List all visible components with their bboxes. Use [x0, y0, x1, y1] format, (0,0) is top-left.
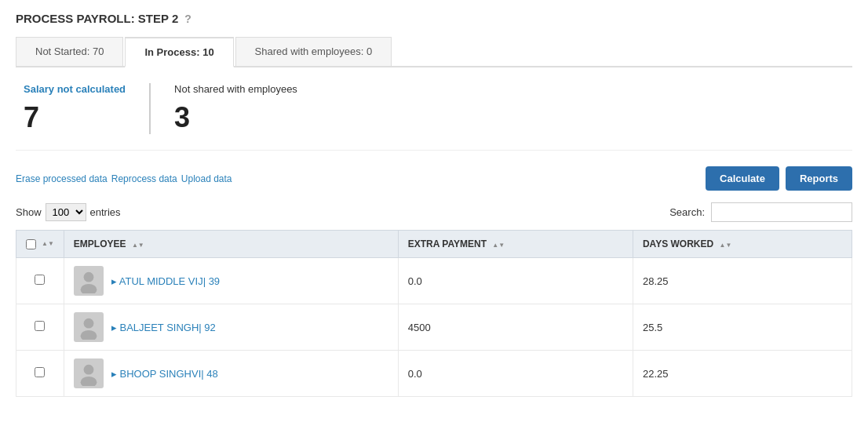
extra-payment-link[interactable]: 0.0 [408, 275, 422, 287]
sort-icon-checkbox[interactable]: ▲▼ [42, 241, 54, 247]
employee-avatar [74, 358, 104, 388]
search-box: Search: [669, 202, 852, 222]
title-text: PROCESS PAYROLL: STEP 2 [16, 12, 178, 25]
calculate-button[interactable]: Calculate [706, 166, 779, 191]
col-extra-payment[interactable]: EXTRA PAYMENT ▲▼ [398, 231, 633, 258]
stat-label-salary[interactable]: Salary not calculated [24, 83, 126, 95]
col-extra-payment-label: EXTRA PAYMENT [408, 238, 487, 249]
stat-salary-not-calculated: Salary not calculated 7 [16, 83, 149, 134]
employee-name: ▸ BALJEET SINGH| 92 [111, 322, 216, 333]
stat-value-salary: 7 [24, 101, 126, 134]
stat-label-not-shared: Not shared with employees [174, 83, 297, 95]
employee-name-link[interactable]: ▸ ATUL MIDDLE VIJ| 39 [111, 275, 220, 287]
entries-label: entries [90, 206, 121, 218]
row-checkbox-cell [16, 258, 64, 304]
table-row: ▸ ATUL MIDDLE VIJ| 39 0.0 28.25 [16, 258, 852, 304]
extra-payment-link[interactable]: 4500 [408, 322, 431, 333]
employee-avatar [74, 312, 104, 342]
upload-link[interactable]: Upload data [181, 173, 232, 184]
link-actions: Erase processed data Reprocess data Uplo… [16, 173, 232, 184]
col-checkbox: ▲▼ [16, 231, 64, 258]
table-row: ▸ BHOOP SINGHVI| 48 0.0 22.25 [16, 351, 852, 397]
svg-point-1 [80, 284, 97, 293]
row-employee-cell: ▸ BHOOP SINGHVI| 48 [64, 351, 398, 397]
stats-container: Salary not calculated 7 Not shared with … [16, 67, 852, 151]
tab-not-started[interactable]: Not Started: 70 [16, 37, 123, 66]
svg-point-2 [83, 318, 93, 329]
days-worked-link[interactable]: 25.5 [643, 322, 662, 333]
tab-shared[interactable]: Shared with employees: 0 [235, 37, 392, 66]
row-days-worked-cell: 28.25 [633, 258, 852, 304]
select-all-checkbox[interactable] [26, 239, 36, 249]
employee-avatar [74, 266, 104, 296]
row-employee-cell: ▸ BALJEET SINGH| 92 [64, 304, 398, 351]
svg-point-0 [83, 272, 93, 282]
sort-icon-days-worked[interactable]: ▲▼ [720, 242, 732, 249]
row-checkbox-3[interactable] [35, 367, 45, 377]
show-entries: Show 100 10 25 50 entries [16, 203, 121, 221]
row-checkbox-1[interactable] [35, 275, 45, 285]
reports-button[interactable]: Reports [786, 166, 852, 191]
search-input[interactable] [711, 202, 852, 222]
employees-table: ▲▼ EMPLOYEE ▲▼ EXTRA PAYMENT ▲▼ DAYS WOR… [16, 230, 852, 397]
col-employee[interactable]: EMPLOYEE ▲▼ [64, 231, 398, 258]
employee-name: ▸ BHOOP SINGHVI| 48 [111, 368, 218, 380]
svg-point-5 [80, 377, 97, 386]
actions-row: Erase processed data Reprocess data Uplo… [16, 166, 852, 191]
row-checkbox-cell [16, 304, 64, 351]
row-checkbox-2[interactable] [35, 321, 45, 331]
days-worked-link[interactable]: 22.25 [643, 368, 669, 380]
row-days-worked-cell: 22.25 [633, 351, 852, 397]
col-employee-label: EMPLOYEE [74, 238, 126, 249]
sort-icon-extra-payment[interactable]: ▲▼ [492, 242, 505, 249]
col-days-worked[interactable]: DAYS WORKED ▲▼ [633, 231, 852, 258]
employee-name: ▸ ATUL MIDDLE VIJ| 39 [111, 275, 220, 287]
row-employee-cell: ▸ ATUL MIDDLE VIJ| 39 [64, 258, 398, 304]
search-label: Search: [669, 206, 705, 218]
table-controls: Show 100 10 25 50 entries Search: [16, 202, 852, 222]
erase-link[interactable]: Erase processed data [16, 173, 108, 184]
show-label: Show [16, 206, 42, 218]
page-container: PROCESS PAYROLL: STEP 2 ? Not Started: 7… [0, 0, 868, 444]
stat-value-not-shared: 3 [174, 101, 297, 134]
row-extra-payment-cell: 0.0 [398, 351, 633, 397]
row-extra-payment-cell: 4500 [398, 304, 633, 351]
table-row: ▸ BALJEET SINGH| 92 4500 25.5 [16, 304, 852, 351]
extra-payment-link[interactable]: 0.0 [408, 368, 422, 380]
table-header-row: ▲▼ EMPLOYEE ▲▼ EXTRA PAYMENT ▲▼ DAYS WOR… [16, 231, 852, 258]
svg-point-4 [83, 365, 93, 375]
reprocess-link[interactable]: Reprocess data [111, 173, 177, 184]
stat-not-shared: Not shared with employees 3 [149, 83, 321, 134]
employee-name-link[interactable]: ▸ BHOOP SINGHVI| 48 [111, 368, 218, 380]
row-days-worked-cell: 25.5 [633, 304, 852, 351]
tabs-container: Not Started: 70 In Process: 10 Shared wi… [16, 37, 852, 67]
tab-in-process[interactable]: In Process: 10 [125, 37, 233, 67]
entries-select[interactable]: 100 10 25 50 [46, 203, 86, 221]
days-worked-link[interactable]: 28.25 [643, 275, 669, 287]
btn-group: Calculate Reports [706, 166, 852, 191]
page-title: PROCESS PAYROLL: STEP 2 ? [16, 12, 852, 25]
row-extra-payment-cell: 0.0 [398, 258, 633, 304]
svg-point-3 [80, 330, 97, 340]
row-checkbox-cell [16, 351, 64, 397]
help-icon[interactable]: ? [184, 13, 191, 25]
employee-name-link[interactable]: ▸ BALJEET SINGH| 92 [111, 322, 216, 333]
col-days-worked-label: DAYS WORKED [643, 238, 713, 249]
sort-icon-employee[interactable]: ▲▼ [132, 242, 144, 249]
